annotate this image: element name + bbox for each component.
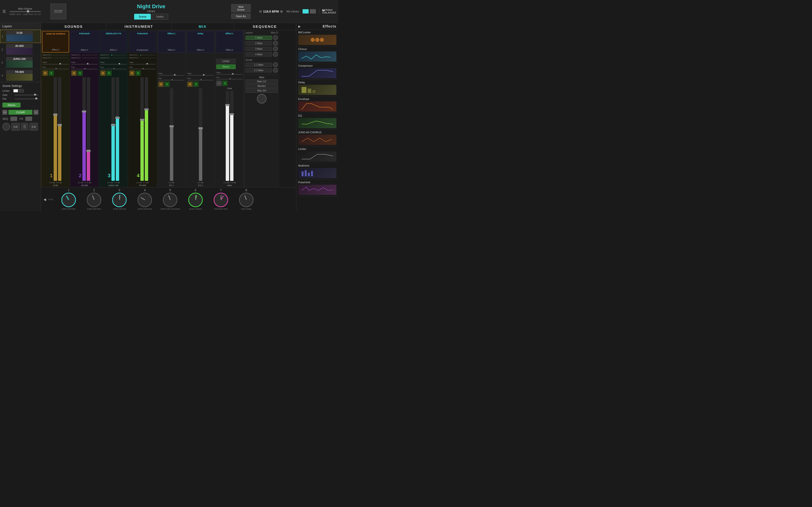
knob-4[interactable] <box>138 193 152 207</box>
fader-track-l-6[interactable] <box>199 89 202 181</box>
knob-5[interactable] <box>163 193 177 207</box>
effect-card-juno60[interactable]: JUNO-60 CHORUS <box>296 130 338 146</box>
fader-track-l-4[interactable] <box>140 77 144 181</box>
xm-small-button[interactable]: Xm <box>216 80 221 86</box>
solo-button-5[interactable]: S <box>164 81 170 87</box>
fader-track-r-4[interactable] <box>145 77 148 181</box>
effect-card-eq[interactable]: EQ <box>296 113 338 130</box>
effect-card-envelope[interactable]: Envelope <box>296 96 338 113</box>
xm-button[interactable]: Xm <box>2 110 7 115</box>
fx-slot-top-1[interactable]: JUNO-60 CHORUS Effect 2 <box>42 31 69 53</box>
mute-button-4[interactable]: M <box>129 70 135 76</box>
fader-track-l-main[interactable] <box>226 91 229 181</box>
small-knob[interactable] <box>2 123 10 131</box>
fx-slot-top-4[interactable]: PulseVerb Compressor <box>129 31 156 53</box>
fader-track-l-2[interactable] <box>83 77 86 181</box>
tab-scene[interactable]: Scene <box>134 14 151 19</box>
knob-1[interactable] <box>61 193 76 207</box>
my-library-button[interactable]: My Library <box>287 10 299 13</box>
solo-button-6[interactable]: S <box>193 81 199 87</box>
routing-knob-3[interactable] <box>273 46 278 51</box>
sends-knob-1[interactable] <box>273 62 278 67</box>
fader-track-r-2[interactable] <box>87 77 90 181</box>
knob-6[interactable] <box>188 193 203 207</box>
routing-knob-2[interactable] <box>273 41 278 46</box>
clear-button[interactable]: CLEAR <box>8 110 33 115</box>
knob-3[interactable] <box>112 193 126 207</box>
solo-button-4[interactable]: S <box>135 70 141 76</box>
effect-card-delay[interactable]: Delay <box>296 80 338 96</box>
fader-track-l-5[interactable] <box>170 89 173 181</box>
bpm-decrease-button[interactable]: ⊖ <box>259 9 262 13</box>
plus-button[interactable]: + <box>34 110 39 115</box>
sends-6 <box>186 53 215 71</box>
expand-arrow-icon[interactable]: ▶ <box>298 24 301 28</box>
fader-area-2: 2 <box>70 76 99 181</box>
routing-label-1: 1 Main <box>246 36 272 40</box>
sends-row-2[interactable]: 2 2 Main <box>246 68 278 73</box>
menu-icon[interactable]: ☰ <box>2 9 6 14</box>
bpm-increase-button[interactable]: ⊕ <box>280 9 283 13</box>
fx-slot-top-3[interactable]: ZENOLOGY FX Effect 2 <box>100 31 127 53</box>
routing-row-4[interactable]: 4 Main <box>246 52 278 57</box>
grid-icon[interactable] <box>21 123 28 130</box>
volume-slider[interactable] <box>9 11 41 12</box>
fx-slot-top-5[interactable]: Effect 1 Effect 2 <box>158 31 185 53</box>
out-slider[interactable] <box>14 99 39 99</box>
fader-track-r-1[interactable] <box>58 77 61 181</box>
layer-item[interactable]: 2 JD-800 <box>0 43 41 56</box>
mute-button-6[interactable]: M <box>187 81 193 87</box>
fader-track-r-3[interactable] <box>116 77 119 181</box>
knob-8[interactable] <box>239 193 254 207</box>
sends-row-1[interactable]: 1 1 Main <box>246 62 278 67</box>
mute-button-1[interactable]: M <box>43 70 48 76</box>
sends-knob-2[interactable] <box>273 68 278 73</box>
effect-card-chorus[interactable]: Chorus <box>296 46 338 63</box>
monitor-button[interactable]: Monitor <box>246 84 278 88</box>
edit-button-1[interactable]: Edit <box>11 123 20 131</box>
fx-bottom: Effect 2 <box>81 49 88 51</box>
layer-item[interactable]: 3 JUNO-106 <box>0 56 41 69</box>
layer-num: 2 <box>1 48 5 51</box>
mute-button-5[interactable]: M <box>158 81 164 87</box>
fader-track-l-1[interactable] <box>54 77 57 181</box>
page-back-arrow[interactable]: ◀ <box>44 198 46 201</box>
effect-card-pulseverb[interactable]: PulseVerb <box>296 180 338 196</box>
stereo-button[interactable]: Stereo <box>2 103 20 107</box>
save-as-button[interactable]: Save As <box>231 13 251 19</box>
effect-card-limiter[interactable]: Limiter <box>296 146 338 163</box>
fx-slot-top-main[interactable]: Effect 1 Effect 2 <box>216 31 243 53</box>
effect-card-bitcrusher[interactable]: BitCrusher <box>296 30 338 46</box>
solo-button-1[interactable]: S <box>49 70 54 76</box>
effect-card-multiverb[interactable]: MultiVerb <box>296 163 338 180</box>
solo-button-3[interactable]: S <box>106 70 112 76</box>
monitor-dial[interactable] <box>257 94 266 104</box>
stereo-routing-button[interactable]: Stereo <box>216 64 236 69</box>
routing-row-3[interactable]: 3 Main <box>246 46 278 51</box>
layer-item[interactable]: 1 D-50 <box>0 30 41 43</box>
fx-slot-top-2[interactable]: PulseVerb Effect 2 <box>71 31 98 53</box>
layer-item[interactable]: 4 TR-909 <box>0 69 41 82</box>
routing-knob-1[interactable] <box>273 35 278 40</box>
fader-track-r-main[interactable] <box>230 91 234 181</box>
solo-button-2[interactable]: S <box>77 70 83 76</box>
effect-card-compressor[interactable]: Compressor <box>296 63 338 80</box>
routing-row-2[interactable]: 2 Main <box>246 41 278 46</box>
new-scene-button[interactable]: New Scene <box>231 4 251 12</box>
fx-slot-top-6[interactable]: Delay Effect 2 <box>187 31 214 53</box>
mon34-button[interactable]: Mon.3/4 <box>246 89 278 93</box>
limiter-button[interactable]: Limiter <box>216 59 236 63</box>
routing-knob-4[interactable] <box>273 52 278 57</box>
gain-slider[interactable] <box>14 95 39 95</box>
routing-row-1[interactable]: 1 Main <box>246 35 278 40</box>
knob-7[interactable] <box>214 193 228 207</box>
mute-button-3[interactable]: M <box>100 70 106 76</box>
edit-button-2[interactable]: Edit <box>30 123 38 131</box>
solo-button-main[interactable]: S <box>222 80 227 86</box>
fader-track-l-3[interactable] <box>111 77 115 181</box>
main12-button[interactable]: Main 1/2 <box>246 79 278 83</box>
tab-setlist[interactable]: Setlist <box>152 14 168 19</box>
knob-2[interactable] <box>87 193 101 207</box>
out-row: Out <box>2 98 39 100</box>
mute-button-2[interactable]: M <box>71 70 77 76</box>
